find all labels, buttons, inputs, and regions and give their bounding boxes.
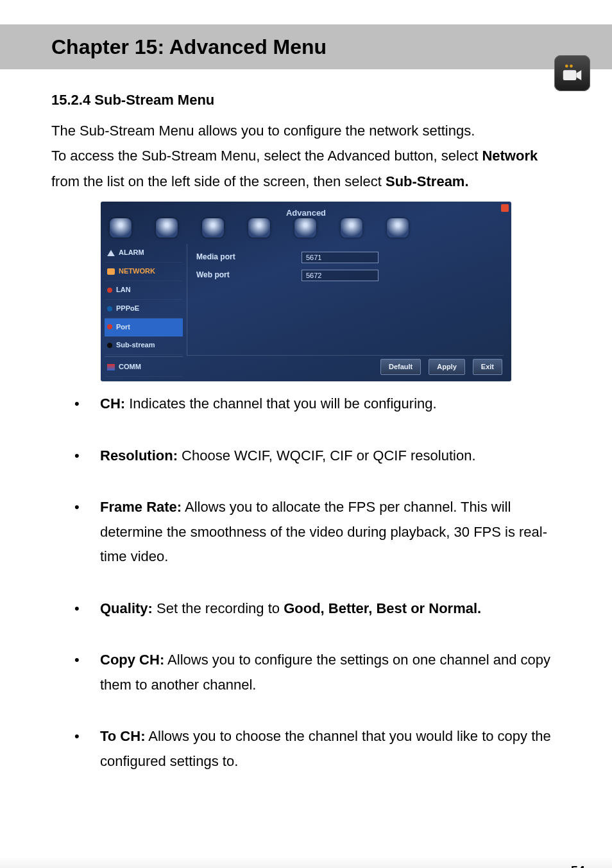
intro-text-2: from the list on the left side of the sc… [51, 173, 386, 189]
intro-bold-substream: Sub-Stream. [386, 173, 469, 189]
tools-icon[interactable] [341, 218, 362, 238]
list-item: Frame Rate: Allows you to allocate the F… [90, 495, 561, 569]
default-button[interactable]: Default [380, 359, 421, 376]
intro-text: To access the Sub-Stream Menu, select th… [51, 148, 482, 164]
bullet-icon [107, 324, 112, 329]
network-icon [107, 268, 115, 275]
web-port-input[interactable]: 5672 [302, 270, 378, 281]
footer-gradient [0, 856, 612, 868]
sidebar-label: NETWORK [119, 265, 155, 278]
sidebar-label: P.T.Z [119, 379, 134, 381]
sidebar-item-network[interactable]: NETWORK [105, 263, 183, 281]
sidebar-item-pppoe[interactable]: PPPoE [105, 300, 183, 318]
bullet-label: Quality: [100, 600, 153, 616]
bullet-label: Frame Rate: [100, 499, 182, 515]
svg-point-1 [570, 65, 573, 68]
media-port-label: Media port [196, 250, 286, 265]
sidebar-item-alarm[interactable]: ALARM [105, 244, 183, 263]
bullet-text-bold: Good, Better, Best or Normal. [284, 600, 481, 616]
main-panel: Media port 5671 Web port 5672 [187, 244, 504, 356]
record-icon[interactable] [110, 218, 132, 238]
intro-paragraph: The Sub-Stream Menu allows you to config… [51, 118, 561, 195]
button-row: Default Apply Exit [380, 359, 502, 376]
sidebar: ALARM NETWORK LAN PPPoE Port [105, 244, 183, 381]
web-port-field: Web port 5672 [196, 268, 495, 282]
bullet-label: Copy CH: [100, 652, 164, 668]
sidebar-item-lan[interactable]: LAN [105, 281, 183, 300]
web-port-label: Web port [196, 268, 286, 282]
list-item: Copy CH: Allows you to configure the set… [90, 648, 561, 697]
intro-bold-network: Network [482, 148, 538, 164]
bullet-text: Allows you to configure the settings on … [100, 652, 550, 693]
feature-list: CH: Indicates the channel that you will … [51, 392, 561, 774]
sidebar-label: ALARM [119, 247, 144, 259]
sidebar-item-ptz[interactable]: P.T.Z [105, 377, 183, 381]
sidebar-label: Port [116, 321, 130, 334]
info-icon[interactable] [294, 218, 316, 238]
chapter-header: Chapter 15: Advanced Menu [0, 24, 612, 69]
exit-button[interactable]: Exit [473, 359, 502, 376]
bullet-text: Choose WCIF, WQCIF, CIF or QCIF resoluti… [178, 447, 476, 464]
page-number: 54 [571, 864, 585, 868]
alarm-icon [107, 250, 115, 256]
comm-icon [107, 364, 115, 370]
camera-icon[interactable] [156, 218, 178, 238]
sidebar-label: PPPoE [116, 302, 139, 315]
sidebar-label: Sub-stream [116, 339, 155, 352]
hdd-icon[interactable] [248, 218, 270, 238]
dvr-advanced-window: Advanced ALARM NETWORK [101, 202, 511, 381]
media-port-field: Media port 5671 [196, 250, 495, 265]
bullet-label: To CH: [100, 728, 145, 744]
close-icon[interactable] [501, 204, 509, 212]
list-item: Quality: Set the recording to Good, Bett… [90, 596, 561, 621]
sidebar-item-comm[interactable]: COMM [105, 358, 183, 377]
list-item: Resolution: Choose WCIF, WQCIF, CIF or Q… [90, 444, 561, 469]
apply-button[interactable]: Apply [429, 359, 465, 376]
intro-line-1: The Sub-Stream Menu allows you to config… [51, 118, 561, 144]
sidebar-item-port[interactable]: Port [105, 318, 183, 337]
bullet-icon [107, 288, 112, 293]
bullet-icon [107, 306, 112, 311]
bullet-label: CH: [100, 395, 125, 412]
svg-point-0 [565, 65, 568, 68]
chapter-title: Chapter 15: Advanced Menu [51, 35, 327, 59]
bullet-label: Resolution: [100, 447, 178, 464]
toolbar [110, 216, 502, 240]
list-item: CH: Indicates the channel that you will … [90, 392, 561, 417]
camera-badge-icon [554, 55, 590, 91]
bullet-icon [107, 343, 112, 348]
section-heading: 15.2.4 Sub-Stream Menu [51, 87, 561, 113]
sidebar-item-substream[interactable]: Sub-stream [105, 336, 183, 355]
bullet-text: Indicates the channel that you will be c… [125, 395, 437, 412]
intro-line-2: To access the Sub-Stream Menu, select th… [51, 143, 561, 194]
bullet-text: Allows you to choose the channel that yo… [100, 728, 551, 769]
media-port-input[interactable]: 5671 [302, 252, 378, 263]
power-icon[interactable] [387, 218, 409, 238]
sidebar-label: COMM [119, 361, 141, 374]
sidebar-label: LAN [116, 284, 131, 297]
bullet-text: Set the recording to [153, 600, 284, 616]
list-item: To CH: Allows you to choose the channel … [90, 724, 561, 774]
search-icon[interactable] [202, 218, 224, 238]
svg-rect-2 [563, 70, 577, 80]
